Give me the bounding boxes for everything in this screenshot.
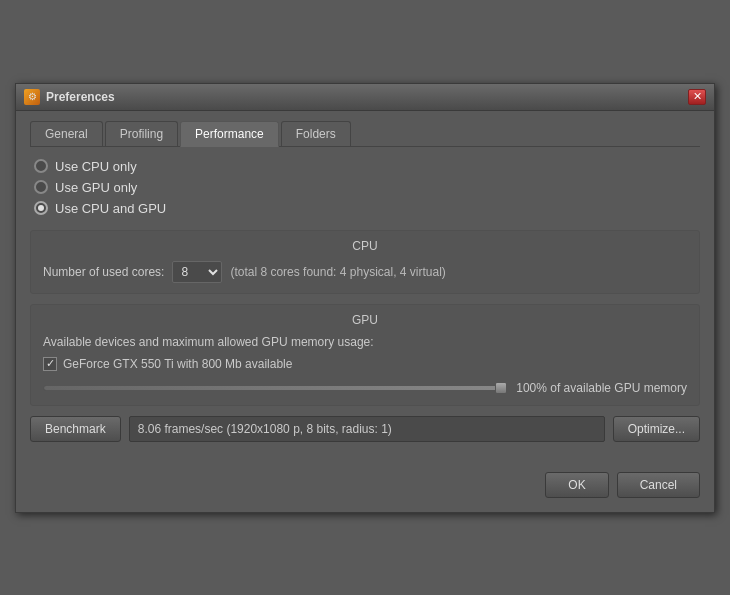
close-button[interactable]: ✕	[688, 89, 706, 105]
radio-circle-cpu-only	[34, 159, 48, 173]
gpu-device-row: ✓ GeForce GTX 550 Ti with 800 Mb availab…	[43, 357, 687, 371]
gpu-device-label: GeForce GTX 550 Ti with 800 Mb available	[63, 357, 292, 371]
radio-dot-cpu-gpu	[38, 205, 44, 211]
cancel-button[interactable]: Cancel	[617, 472, 700, 498]
gpu-memory-slider-thumb	[495, 382, 507, 394]
radio-gpu-only[interactable]: Use GPU only	[34, 180, 700, 195]
optimize-button[interactable]: Optimize...	[613, 416, 700, 442]
ok-button[interactable]: OK	[545, 472, 608, 498]
gpu-memory-slider-fill	[44, 386, 505, 390]
tab-performance[interactable]: Performance	[180, 121, 279, 147]
checkbox-check: ✓	[46, 358, 55, 369]
radio-cpu-only[interactable]: Use CPU only	[34, 159, 700, 174]
cpu-cores-row: Number of used cores: 8 1 2 3 4 5 6 7 (t…	[43, 261, 687, 283]
dialog-content: General Profiling Performance Folders Us…	[16, 111, 714, 512]
radio-circle-gpu-only	[34, 180, 48, 194]
gpu-section-title: GPU	[43, 313, 687, 327]
cpu-cores-select[interactable]: 8 1 2 3 4 5 6 7	[172, 261, 222, 283]
gpu-info-text: Available devices and maximum allowed GP…	[43, 335, 687, 349]
gpu-memory-slider-label: 100% of available GPU memory	[516, 381, 687, 395]
gpu-memory-slider-row: 100% of available GPU memory	[43, 381, 687, 395]
app-icon: ⚙	[24, 89, 40, 105]
bottom-buttons: OK Cancel	[30, 462, 700, 498]
preferences-dialog: ⚙ Preferences ✕ General Profiling Perfor…	[15, 83, 715, 513]
benchmark-row: Benchmark 8.06 frames/sec (1920x1080 p, …	[30, 416, 700, 442]
cpu-section: CPU Number of used cores: 8 1 2 3 4 5 6 …	[30, 230, 700, 294]
tab-general[interactable]: General	[30, 121, 103, 146]
radio-label-cpu-only: Use CPU only	[55, 159, 137, 174]
benchmark-button[interactable]: Benchmark	[30, 416, 121, 442]
gpu-section: GPU Available devices and maximum allowe…	[30, 304, 700, 406]
processing-mode-group: Use CPU only Use GPU only Use CPU and GP…	[30, 159, 700, 216]
dialog-title: Preferences	[46, 90, 115, 104]
gpu-device-checkbox[interactable]: ✓	[43, 357, 57, 371]
tab-folders[interactable]: Folders	[281, 121, 351, 146]
tab-profiling[interactable]: Profiling	[105, 121, 178, 146]
tab-bar: General Profiling Performance Folders	[30, 121, 700, 147]
cpu-cores-label: Number of used cores:	[43, 265, 164, 279]
title-bar-left: ⚙ Preferences	[24, 89, 115, 105]
gpu-memory-slider-track[interactable]	[43, 385, 506, 391]
radio-cpu-gpu[interactable]: Use CPU and GPU	[34, 201, 700, 216]
cpu-section-title: CPU	[43, 239, 687, 253]
title-bar: ⚙ Preferences ✕	[16, 84, 714, 111]
benchmark-result: 8.06 frames/sec (1920x1080 p, 8 bits, ra…	[129, 416, 605, 442]
radio-circle-cpu-gpu	[34, 201, 48, 215]
radio-label-cpu-gpu: Use CPU and GPU	[55, 201, 166, 216]
radio-label-gpu-only: Use GPU only	[55, 180, 137, 195]
cpu-cores-info: (total 8 cores found: 4 physical, 4 virt…	[230, 265, 445, 279]
